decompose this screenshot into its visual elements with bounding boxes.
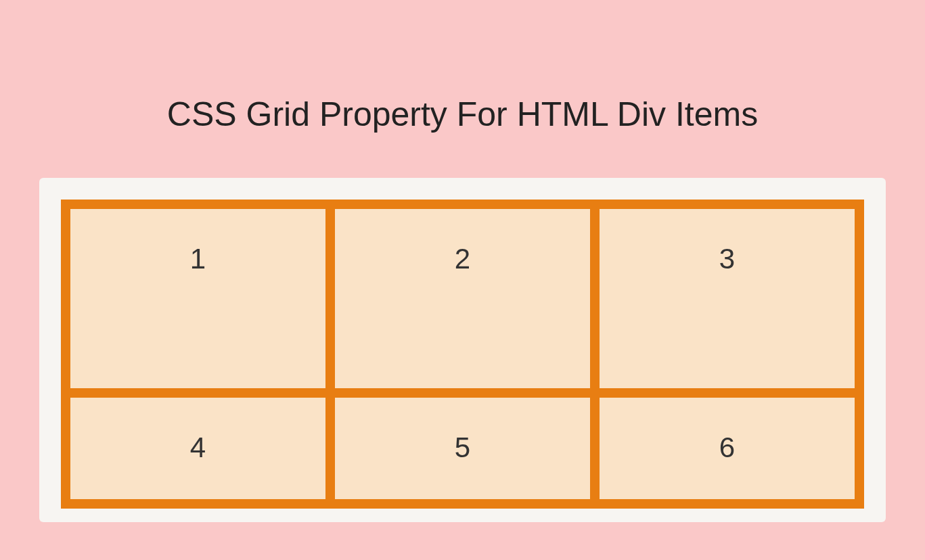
grid-item: 4 [70, 398, 325, 499]
grid-item: 2 [335, 209, 590, 388]
grid-item: 6 [600, 398, 855, 499]
page-title: CSS Grid Property For HTML Div Items [0, 0, 925, 178]
grid-item: 5 [335, 398, 590, 499]
grid-container: 1 2 3 4 5 6 [61, 200, 864, 509]
grid-panel: 1 2 3 4 5 6 [39, 178, 886, 522]
grid-item: 1 [70, 209, 325, 388]
grid-item: 3 [600, 209, 855, 388]
